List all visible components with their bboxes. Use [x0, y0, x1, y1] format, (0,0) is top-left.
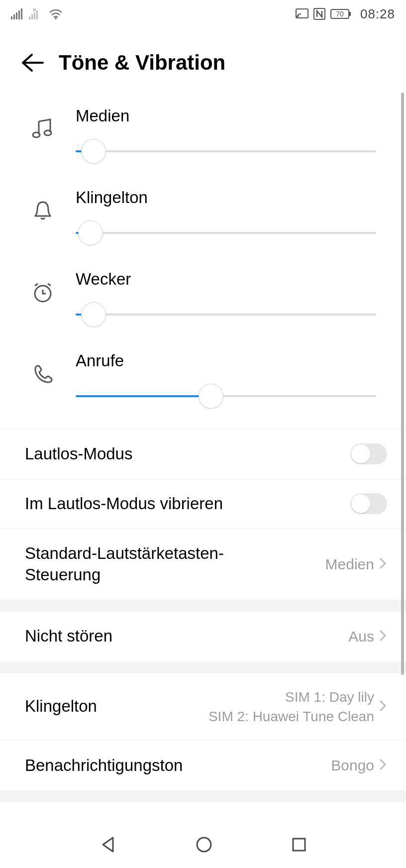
row-label: Standard-Lautstärketasten-Steuerung — [25, 543, 254, 586]
row-dnd[interactable]: Nicht stören Aus — [0, 612, 406, 661]
navigation-bar — [0, 823, 406, 868]
nav-home-button[interactable] — [194, 835, 214, 857]
music-note-icon — [25, 117, 61, 140]
cast-icon — [296, 8, 308, 19]
chevron-right-icon — [378, 758, 387, 773]
signal-icon — [11, 8, 24, 19]
app-header: Töne & Vibration — [0, 28, 406, 93]
toggle-silent[interactable] — [350, 443, 387, 464]
signal-2-icon: × — [29, 8, 44, 19]
toggle-vibrate-silent[interactable] — [350, 493, 387, 514]
svg-rect-6 — [31, 14, 33, 19]
svg-point-19 — [197, 838, 211, 852]
row-label: Benachrichtigungston — [25, 755, 183, 776]
back-button[interactable] — [17, 48, 47, 78]
ringtone-sim1: SIM 1: Day lily — [285, 687, 374, 707]
svg-point-10 — [55, 17, 57, 19]
svg-rect-1 — [13, 14, 15, 19]
slider-alarm[interactable] — [76, 303, 376, 326]
chevron-right-icon — [378, 629, 387, 645]
svg-rect-2 — [16, 12, 17, 19]
phone-icon — [25, 362, 61, 385]
volume-label-alarm: Wecker — [76, 270, 376, 289]
clock-text: 08:28 — [360, 6, 395, 22]
svg-rect-20 — [293, 839, 305, 851]
slider-call[interactable] — [76, 384, 376, 408]
nav-back-button[interactable] — [98, 835, 118, 857]
section-gap — [0, 790, 406, 802]
svg-text:70: 70 — [336, 10, 344, 18]
svg-rect-0 — [11, 16, 12, 19]
bell-icon — [25, 199, 61, 222]
slider-ringtone[interactable] — [76, 221, 376, 245]
wifi-icon — [49, 8, 63, 19]
volume-row-media: Medien — [0, 98, 406, 179]
volume-row-alarm: Wecker — [0, 261, 406, 342]
svg-rect-7 — [34, 12, 35, 19]
row-volume-key-control[interactable]: Standard-Lautstärketasten-Steuerung Medi… — [0, 529, 406, 600]
volume-label-media: Medien — [76, 107, 376, 125]
volume-label-ringtone: Klingelton — [76, 188, 376, 207]
status-bar: × 70 08:28 — [0, 0, 406, 28]
svg-rect-8 — [36, 10, 38, 19]
row-silent-mode[interactable]: Lautlos-Modus — [0, 429, 406, 479]
volume-label-call: Anrufe — [76, 351, 376, 370]
svg-rect-4 — [21, 8, 22, 19]
svg-point-16 — [33, 132, 40, 137]
volume-row-call: Anrufe — [0, 342, 406, 424]
page-title: Töne & Vibration — [59, 51, 225, 75]
svg-rect-14 — [349, 12, 351, 16]
row-vibrate-silent[interactable]: Im Lautlos-Modus vibrieren — [0, 479, 406, 529]
content: Medien Klingelton — [0, 93, 406, 823]
row-label: Lautlos-Modus — [25, 443, 132, 465]
alarm-clock-icon — [25, 281, 61, 305]
scrollbar[interactable] — [401, 93, 404, 675]
svg-text:×: × — [33, 8, 36, 13]
section-gap — [0, 661, 406, 673]
row-label: Nicht stören — [25, 626, 112, 647]
battery-icon: 70 — [330, 8, 352, 19]
svg-point-17 — [44, 130, 51, 135]
row-label: Huawei Histen-Soundeffekte — [25, 822, 233, 823]
chevron-right-icon — [378, 556, 387, 572]
row-value: Aus — [348, 628, 374, 645]
row-ringtone[interactable]: Klingelton SIM 1: Day lily SIM 2: Huawei… — [0, 673, 406, 741]
slider-media[interactable] — [76, 139, 376, 163]
row-notification-tone[interactable]: Benachrichtigungston Bongo — [0, 741, 406, 790]
row-label: Klingelton — [25, 696, 97, 717]
row-value: Medien — [325, 556, 374, 573]
chevron-right-icon — [378, 699, 387, 715]
row-value: Bongo — [331, 757, 374, 774]
row-histen[interactable]: Huawei Histen-Soundeffekte — [0, 802, 406, 823]
nav-recent-button[interactable] — [290, 836, 308, 856]
svg-rect-3 — [18, 10, 20, 19]
ringtone-sim2: SIM 2: Huawei Tune Clean — [208, 707, 374, 726]
nfc-icon — [313, 8, 325, 20]
section-gap — [0, 600, 406, 612]
volume-row-ringtone: Klingelton — [0, 179, 406, 261]
svg-rect-5 — [29, 16, 30, 19]
row-label: Im Lautlos-Modus vibrieren — [25, 493, 223, 515]
